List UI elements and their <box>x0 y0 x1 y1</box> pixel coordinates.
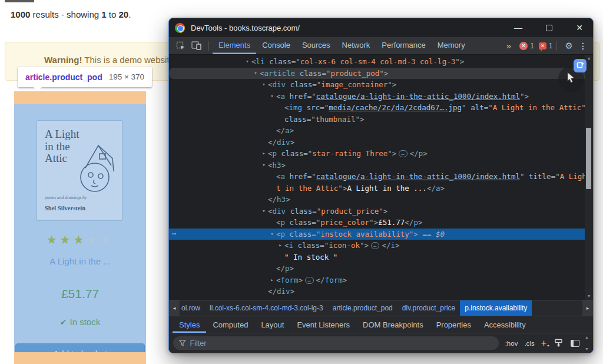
inspect-tooltip: article.product_pod 195 × 370 <box>18 67 152 87</box>
highlight-margin-top <box>14 91 146 104</box>
dom-tree-node[interactable]: </p> <box>169 263 593 274</box>
expand-down-icon[interactable]: ▾ <box>260 206 267 217</box>
breadcrumb-item[interactable]: ol.row <box>180 300 205 316</box>
dom-tree-node[interactable]: <p class="price_color">£51.77</p> <box>169 217 593 229</box>
expand-down-icon[interactable]: ▾ <box>269 229 276 240</box>
styles-pane-scrollbar[interactable]: ▲ ▼ <box>583 333 591 353</box>
tab-network[interactable]: Network <box>336 37 376 54</box>
styles-filter-field[interactable] <box>173 336 499 350</box>
dom-tree-node[interactable]: class="thumbnail"> <box>169 114 593 125</box>
scrollbar-thumb[interactable] <box>586 128 591 189</box>
collapsed-content-icon[interactable]: … <box>305 277 313 284</box>
dom-tree-node[interactable]: ▾<p class="instock availability"> == $0⋯ <box>169 229 593 240</box>
devtools-tab-strip: ElementsConsoleSourcesNetworkPerformance… <box>213 37 471 54</box>
results-from: 1 <box>101 9 106 19</box>
breadcrumb-item[interactable]: li.col-xs-6.col-sm-4.col-md-3.col-lg-3 <box>205 300 328 316</box>
styles-tab-layout[interactable]: Layout <box>254 316 290 333</box>
dom-tree-node[interactable]: <a href="catalogue/a-light-in-the-attic_… <box>169 171 593 183</box>
breadcrumb-scroll-right-icon[interactable]: ▸ <box>582 300 593 316</box>
breadcrumb: ol.rowli.col-xs-6.col-sm-4.col-md-3.col-… <box>180 300 582 316</box>
expand-down-icon[interactable]: ▾ <box>269 91 276 102</box>
dom-tree-node[interactable]: </h3> <box>169 194 593 206</box>
kebab-menu-icon[interactable]: ⋮ <box>579 41 587 51</box>
star-rating: ★★★★★ <box>14 233 146 247</box>
toggle-class-button[interactable]: .cls <box>524 340 534 347</box>
close-button[interactable]: ✕ <box>571 23 588 32</box>
dom-tree-node[interactable]: ▸<form>…</form> <box>169 274 593 286</box>
filter-funnel-icon <box>179 340 186 346</box>
results-count: 1000 <box>11 9 30 19</box>
dom-tree-node[interactable]: " In stock " <box>169 252 593 263</box>
settings-gear-icon[interactable]: ⚙ <box>565 41 573 51</box>
more-tabs-icon[interactable]: » <box>506 41 511 51</box>
dom-tree-node[interactable]: </article> <box>169 297 593 300</box>
scroll-up-icon[interactable]: ▲ <box>585 56 593 61</box>
dom-tree-node[interactable]: ▾<div class="image_container"> <box>169 79 593 91</box>
styles-tab-styles[interactable]: Styles <box>173 316 206 333</box>
dom-tree-node[interactable]: t in the Attic">A Light in the ...</a> <box>169 183 593 194</box>
highlight-margin-bottom <box>14 352 146 364</box>
tooltip-dimensions: 195 × 370 <box>109 72 144 81</box>
breadcrumb-scroll-left-icon[interactable]: ◂ <box>169 300 180 316</box>
tab-sources[interactable]: Sources <box>296 37 336 54</box>
styles-filter-input[interactable] <box>190 339 493 348</box>
dom-tree-node[interactable]: </div> <box>169 137 593 148</box>
collapsed-content-icon[interactable]: … <box>371 242 379 249</box>
dom-tree-node[interactable]: ▸<p class="star-rating Three">…</p> <box>169 148 593 160</box>
maximize-button[interactable] <box>540 25 558 31</box>
tab-performance[interactable]: Performance <box>376 37 431 54</box>
breadcrumb-item[interactable]: article.product_pod <box>328 300 397 316</box>
scroll-up-icon[interactable]: ▲ <box>585 335 589 339</box>
toggle-sidebar-icon[interactable] <box>571 340 579 347</box>
breadcrumb-item[interactable]: div.product_price <box>397 300 460 316</box>
inspect-element-icon[interactable] <box>174 39 187 52</box>
tab-memory[interactable]: Memory <box>432 37 471 54</box>
dom-tree-node[interactable]: ▾<a href="catalogue/a-light-in-the-attic… <box>169 91 593 102</box>
expand-right-icon[interactable]: ▸ <box>277 240 284 252</box>
error-badge-icon[interactable]: ✕ <box>519 42 528 50</box>
issues-badge-icon[interactable]: ✕ <box>539 42 546 49</box>
toggle-hover-state-button[interactable]: :hov <box>505 340 518 347</box>
expand-right-icon[interactable]: ▸ <box>260 148 267 160</box>
node-more-actions-icon[interactable]: ⋯ <box>172 229 177 240</box>
product-title-link[interactable]: A Light in the ... <box>14 256 146 266</box>
tab-console[interactable]: Console <box>256 37 296 54</box>
styles-tab-properties[interactable]: Properties <box>430 316 478 333</box>
star-icon: ★ <box>60 233 74 246</box>
dom-tree-node[interactable]: ▾<li class="col-xs-6 col-sm-4 col-md-3 c… <box>169 56 593 68</box>
styles-tab-accessibility[interactable]: Accessibility <box>478 316 532 333</box>
styles-tab-dom-breakpoints[interactable]: DOM Breakpoints <box>356 316 430 333</box>
elements-dom-tree: ▾<li class="col-xs-6 col-sm-4 col-md-3 c… <box>169 55 593 300</box>
new-style-rule-button[interactable]: + <box>541 339 546 348</box>
collapsed-content-icon[interactable]: … <box>399 150 407 157</box>
product-price: £51.77 <box>14 287 146 301</box>
expand-down-icon[interactable]: ▾ <box>260 79 267 91</box>
scroll-down-icon[interactable]: ▼ <box>585 347 589 351</box>
dom-tree-node[interactable]: <img src="media/cache/2c/da/2cdad67….jpg… <box>169 102 593 114</box>
breadcrumb-item[interactable]: p.instock.availability <box>460 300 532 316</box>
dom-tree-node[interactable]: </div> <box>169 286 593 297</box>
dom-tree-node[interactable]: ▾<div class="product_price"> <box>169 206 593 217</box>
dom-tree-node[interactable]: ▸<i class="icon-ok">…</i> <box>169 240 593 252</box>
tab-elements[interactable]: Elements <box>213 37 256 54</box>
devtools-titlebar[interactable]: DevTools - books.toscrape.com/ — ✕ <box>169 18 593 37</box>
expand-down-icon[interactable]: ▾ <box>244 56 251 68</box>
devtools-window: DevTools - books.toscrape.com/ — ✕ Eleme… <box>168 18 594 353</box>
expand-down-icon[interactable]: ▾ <box>260 160 267 171</box>
dom-tree-scrollbar[interactable]: ▲ ▼ <box>585 55 593 300</box>
dom-tree-node[interactable]: </a> <box>169 125 593 137</box>
rendering-emulation-icon[interactable] <box>554 339 563 348</box>
dom-tree-node[interactable]: ▾<h3> <box>169 160 593 171</box>
dom-tree-node[interactable]: ▾<article class="product_pod"> <box>169 68 593 80</box>
device-toolbar-icon[interactable] <box>190 39 203 52</box>
stock-status: ✔In stock <box>14 317 146 327</box>
book-cover-sketch <box>75 141 118 200</box>
styles-tab-computed[interactable]: Computed <box>206 316 254 333</box>
styles-tab-event-listeners[interactable]: Event Listeners <box>290 316 356 333</box>
book-cover-thumbnail[interactable]: A Light in the Attic poems and drawings … <box>37 120 122 221</box>
expand-right-icon[interactable]: ▸ <box>269 274 276 286</box>
scroll-down-icon[interactable]: ▼ <box>585 294 593 299</box>
minimize-button[interactable]: — <box>509 23 527 32</box>
expand-down-icon[interactable]: ▾ <box>252 68 259 80</box>
star-icon: ★ <box>47 233 60 246</box>
